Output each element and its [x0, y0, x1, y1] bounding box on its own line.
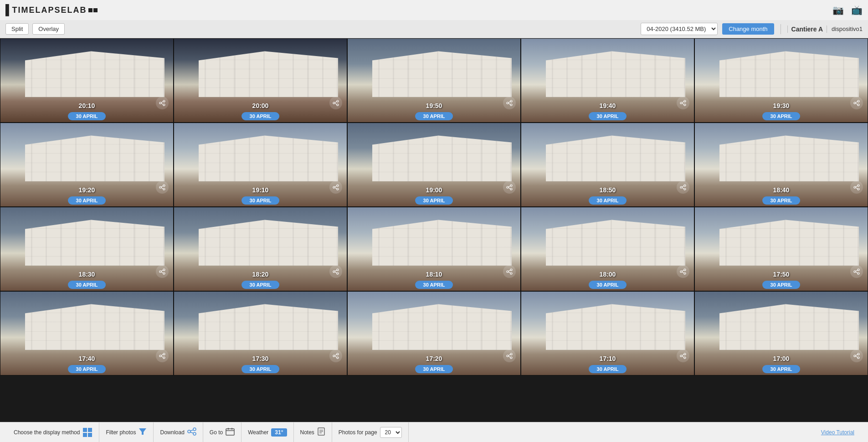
- photo-background: 17:10 30 APRIL: [521, 292, 694, 375]
- photo-cell[interactable]: 17:40 30 APRIL: [0, 291, 174, 375]
- svg-point-80: [333, 355, 335, 357]
- photo-cell[interactable]: 17:00 30 APRIL: [694, 291, 868, 375]
- photo-cell[interactable]: 18:00 30 APRIL: [521, 207, 694, 291]
- svg-rect-110: [226, 429, 234, 435]
- share-button[interactable]: [329, 265, 342, 278]
- svg-point-75: [159, 355, 161, 357]
- svg-rect-100: [83, 428, 87, 432]
- photo-background: 19:40 30 APRIL: [521, 39, 694, 122]
- photo-cell[interactable]: 20:10 30 APRIL: [0, 38, 174, 123]
- svg-line-23: [856, 102, 858, 103]
- display-method-section: Choose the display method: [7, 422, 99, 442]
- svg-line-73: [856, 270, 858, 271]
- photo-cell[interactable]: 17:10 30 APRIL: [521, 291, 694, 375]
- share-download-icon[interactable]: [187, 427, 196, 436]
- share-icon: [333, 184, 339, 190]
- photo-cell[interactable]: 19:30 30 APRIL: [694, 38, 868, 123]
- share-button[interactable]: [503, 265, 516, 278]
- toolbar-left: Split Overlay: [5, 23, 65, 35]
- photo-background: 17:00 30 APRIL: [695, 292, 868, 375]
- building-shape: [191, 220, 338, 266]
- photo-cell[interactable]: 17:20 30 APRIL: [347, 291, 521, 375]
- svg-line-68: [682, 270, 684, 271]
- funnel-icon[interactable]: [139, 427, 147, 436]
- change-month-button[interactable]: Change month: [722, 23, 774, 35]
- grid-display-icon[interactable]: [82, 427, 92, 437]
- share-icon: [680, 268, 686, 275]
- photo-cell[interactable]: 18:20 30 APRIL: [174, 207, 347, 291]
- photo-background: 17:40 30 APRIL: [0, 292, 173, 375]
- split-button[interactable]: Split: [5, 23, 29, 35]
- video-tutorial-link[interactable]: Video Tutorial: [821, 429, 854, 436]
- share-icon: [506, 353, 513, 359]
- photo-cell[interactable]: 19:40 30 APRIL: [521, 38, 694, 123]
- camera-icon[interactable]: 📷: [832, 5, 844, 15]
- share-button[interactable]: [850, 265, 863, 278]
- photo-date: 30 APRIL: [415, 196, 453, 205]
- photo-cell[interactable]: 18:40 30 APRIL: [694, 123, 868, 207]
- share-button[interactable]: [156, 181, 169, 194]
- svg-line-99: [856, 356, 858, 357]
- share-button[interactable]: [503, 349, 516, 362]
- notes-icon[interactable]: [317, 427, 325, 437]
- svg-point-16: [684, 100, 686, 102]
- svg-point-91: [684, 353, 686, 355]
- month-select[interactable]: 04-2020 (3410.52 MB): [641, 23, 718, 35]
- goto-icon[interactable]: [226, 427, 235, 437]
- photo-background: 19:10 30 APRIL: [174, 123, 347, 206]
- share-button[interactable]: [677, 349, 689, 362]
- weather-label: Weather: [248, 429, 268, 436]
- share-button[interactable]: [677, 265, 689, 278]
- svg-point-21: [858, 100, 859, 102]
- photo-cell[interactable]: 18:30 30 APRIL: [0, 207, 174, 291]
- photo-cell[interactable]: 17:30 30 APRIL: [174, 291, 347, 375]
- video-icon[interactable]: 📺: [851, 5, 863, 15]
- svg-point-37: [510, 188, 512, 190]
- share-icon: [680, 100, 686, 106]
- photo-cell[interactable]: 19:00 30 APRIL: [347, 123, 521, 207]
- building-shape: [365, 135, 512, 181]
- share-button[interactable]: [156, 97, 169, 109]
- photo-cell[interactable]: 19:20 30 APRIL: [0, 123, 174, 207]
- photo-cell[interactable]: 18:10 30 APRIL: [347, 207, 521, 291]
- svg-point-25: [159, 186, 161, 188]
- svg-line-3: [161, 102, 163, 103]
- notes-page-icon[interactable]: [317, 427, 325, 436]
- photo-cell[interactable]: 20:00 30 APRIL: [174, 38, 347, 123]
- download-icon[interactable]: [187, 427, 196, 437]
- svg-point-82: [337, 357, 339, 359]
- svg-point-67: [684, 272, 686, 274]
- share-button[interactable]: [156, 265, 169, 278]
- svg-line-53: [161, 270, 163, 271]
- photos-per-page-select[interactable]: 20: [380, 427, 402, 438]
- share-button[interactable]: [329, 181, 342, 194]
- share-button[interactable]: [850, 349, 863, 362]
- share-button[interactable]: [156, 349, 169, 362]
- share-button[interactable]: [677, 181, 689, 194]
- share-button[interactable]: [850, 97, 863, 109]
- photo-cell[interactable]: 19:10 30 APRIL: [174, 123, 347, 207]
- svg-point-92: [684, 357, 686, 359]
- filter-icon[interactable]: [139, 427, 147, 437]
- share-button[interactable]: [329, 349, 342, 362]
- photo-cell[interactable]: 17:50 30 APRIL: [694, 207, 868, 291]
- share-button[interactable]: [329, 97, 342, 109]
- svg-point-55: [333, 271, 335, 272]
- svg-point-41: [684, 185, 686, 186]
- calendar-goto-icon[interactable]: [226, 427, 235, 436]
- share-button[interactable]: [503, 181, 516, 194]
- overlay-button[interactable]: Overlay: [32, 23, 65, 35]
- display-method-label: Choose the display method: [14, 429, 80, 436]
- share-button[interactable]: [677, 97, 689, 109]
- photo-date: 30 APRIL: [589, 196, 627, 205]
- display-icons[interactable]: [82, 427, 92, 437]
- photo-cell[interactable]: 19:50 30 APRIL: [347, 38, 521, 123]
- building-shape: [18, 135, 164, 181]
- photo-cell[interactable]: 18:50 30 APRIL: [521, 123, 694, 207]
- svg-point-42: [684, 188, 686, 190]
- share-button[interactable]: [850, 181, 863, 194]
- building-shape: [712, 220, 859, 266]
- photo-date: 30 APRIL: [68, 365, 106, 373]
- share-button[interactable]: [503, 97, 516, 109]
- svg-line-84: [335, 356, 337, 357]
